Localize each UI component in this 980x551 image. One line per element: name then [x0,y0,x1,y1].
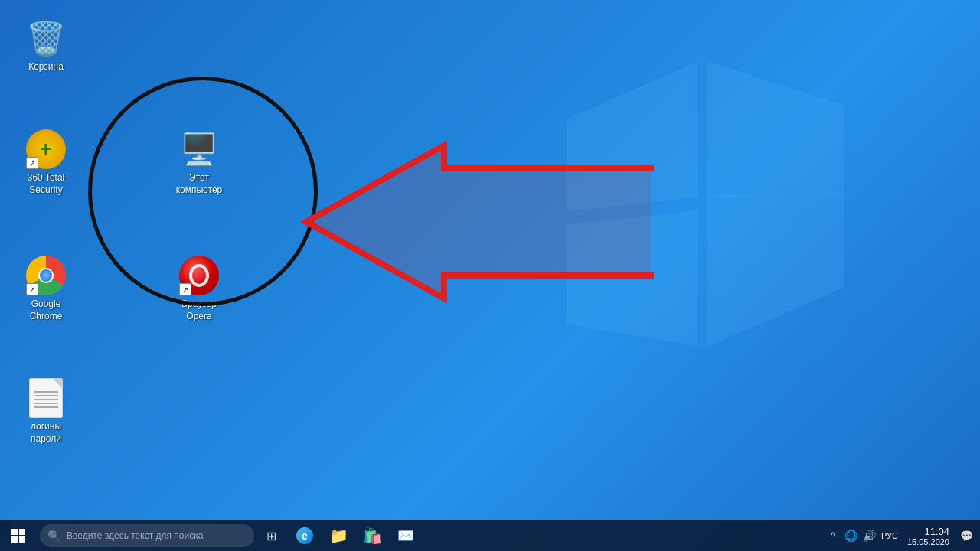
mail-icon: ✉️ [397,527,414,544]
notification-center-button[interactable]: 💬 [956,520,977,551]
windows-logo-icon [11,529,25,543]
search-bar[interactable]: 🔍 Введите здесь текст для поиска [40,524,254,547]
notification-icon: 💬 [960,530,973,542]
search-placeholder-text: Введите здесь текст для поиска [67,530,203,541]
windows-logo-watermark [567,61,858,383]
recycle-bin-icon[interactable]: 🗑️ Корзина [11,15,80,77]
360-security-label: 360 Total Security [15,172,77,196]
explorer-taskbar-button[interactable]: 📁 [322,520,355,551]
svg-marker-1 [708,62,843,197]
shortcut-badge: ↗ [26,157,38,169]
svg-marker-2 [567,211,697,346]
tray-icons: ^ 🌐 🔊 [825,520,878,551]
computer-label: Этот компьютер [168,172,230,196]
task-view-button[interactable]: ⊞ [254,520,288,551]
edge-taskbar-button[interactable]: e [288,520,322,551]
svg-marker-3 [708,193,843,346]
recycle-bin-image: 🗑️ [26,18,66,58]
chrome-label: Google Chrome [15,298,77,322]
opera-image: ↗ [179,256,219,295]
desktop: 🗑️ Корзина ↗ 360 Total Security ↗ Google… [0,0,980,520]
edge-icon: e [296,527,313,544]
search-icon: 🔍 [47,530,60,542]
mail-taskbar-button[interactable]: ✉️ [389,520,423,551]
language-indicator[interactable]: РУС [881,531,898,540]
file-explorer-icon: 📁 [329,527,348,545]
tray-chevron[interactable]: ^ [825,520,841,551]
store-taskbar-button[interactable]: 🛍️ [355,520,389,551]
tray-network-icon[interactable]: 🌐 [843,520,860,551]
opera-label: Браузер Opera [168,298,230,322]
doc-image [26,378,66,418]
360-security-image: ↗ [26,129,66,169]
clock-widget[interactable]: 11:04 15.05.2020 [901,526,956,546]
tray-volume-icon[interactable]: 🔊 [861,520,878,551]
svg-marker-0 [567,62,697,211]
task-view-icon: ⊞ [266,529,276,543]
start-button[interactable] [0,520,37,551]
logins-doc-icon[interactable]: логины пароли [11,375,80,448]
google-chrome-icon[interactable]: ↗ Google Chrome [11,253,80,325]
taskbar: 🔍 Введите здесь текст для поиска ⊞ e 📁 🛍… [0,520,980,551]
shortcut-badge-opera: ↗ [179,283,191,295]
logins-label: логины пароли [15,421,77,445]
recycle-bin-label: Корзина [28,61,64,73]
this-computer-icon[interactable]: 🖥️ Этот компьютер [165,126,234,199]
computer-image: 🖥️ [179,129,219,169]
system-tray: ^ 🌐 🔊 РУС 11:04 15.05.2020 💬 [822,520,980,551]
shortcut-badge-chrome: ↗ [26,283,38,295]
chrome-image: ↗ [26,256,66,295]
clock-date: 15.05.2020 [907,537,949,546]
360-security-icon[interactable]: ↗ 360 Total Security [11,126,80,199]
store-icon: 🛍️ [363,527,382,545]
opera-icon[interactable]: ↗ Браузер Opera [165,253,234,325]
clock-time: 11:04 [924,526,949,537]
